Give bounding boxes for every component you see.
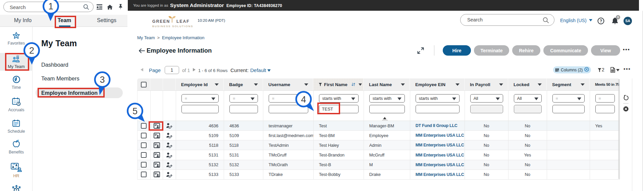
home-icon[interactable] bbox=[107, 5, 113, 11]
breadcrumb-my-team[interactable]: My Team bbox=[137, 35, 155, 40]
employee-profile-icon[interactable] bbox=[151, 131, 163, 140]
employee-edit-icon[interactable] bbox=[163, 131, 176, 140]
columns-pill[interactable]: Columns (2) bbox=[553, 66, 591, 73]
row-checkbox[interactable] bbox=[141, 172, 147, 177]
sidebar-item-org[interactable] bbox=[0, 185, 33, 191]
sidebar-item-team-members[interactable]: Team Members bbox=[41, 75, 79, 82]
filter-input-meets_50_in_75[interactable] bbox=[595, 105, 615, 113]
terminate-button[interactable]: Terminate bbox=[474, 45, 509, 56]
filter-reset-icon[interactable] bbox=[623, 94, 629, 102]
filter-input-username[interactable] bbox=[269, 105, 308, 113]
chevron-down-icon[interactable] bbox=[616, 69, 620, 71]
chevron-down-icon[interactable] bbox=[538, 83, 542, 86]
cell-employee_ein[interactable]: MM Enterprises USA LLC bbox=[410, 160, 465, 170]
page-scrollbar[interactable] bbox=[642, 11, 643, 191]
pager-page-input[interactable]: 1 bbox=[165, 66, 179, 74]
help-icon[interactable]: ? bbox=[597, 17, 604, 26]
sidebar-item-schedule[interactable]: Schedule bbox=[0, 120, 33, 134]
column-header-last_name[interactable]: Last Name bbox=[364, 78, 410, 90]
grid-more-icon[interactable]: ••• bbox=[624, 66, 631, 72]
filter-operator-in_payroll[interactable]: All bbox=[470, 94, 503, 103]
filter-funnel-icon[interactable] bbox=[598, 68, 601, 74]
hire-button[interactable]: Hire bbox=[443, 45, 471, 56]
filter-input-employee_id[interactable] bbox=[181, 105, 219, 113]
grid-scrollbar[interactable] bbox=[618, 79, 620, 179]
filter-operator-locked[interactable]: All bbox=[514, 94, 542, 103]
pager-next-icon[interactable] bbox=[193, 68, 196, 71]
more-actions-icon[interactable]: ••• bbox=[623, 47, 630, 52]
sort-indicator-icon[interactable] bbox=[383, 117, 386, 119]
breadcrumb-employee-information[interactable]: Employee Information bbox=[162, 35, 204, 40]
column-header-segment[interactable]: Segment bbox=[547, 78, 590, 90]
back-arrow-icon[interactable] bbox=[139, 48, 145, 55]
column-header-employee_id[interactable]: Employee Id bbox=[176, 78, 224, 90]
column-header-username[interactable]: Username bbox=[263, 78, 313, 90]
employee-profile-icon[interactable] bbox=[151, 170, 163, 179]
employee-profile-icon[interactable] bbox=[151, 160, 163, 170]
column-header-locked[interactable]: Locked bbox=[508, 78, 547, 90]
filter-input-badge[interactable] bbox=[229, 105, 258, 113]
communicate-button[interactable]: Communicate bbox=[543, 45, 588, 56]
columns-clear-icon[interactable] bbox=[584, 67, 589, 73]
chevron-down-icon[interactable] bbox=[215, 83, 219, 86]
filter-input-last_name[interactable] bbox=[369, 105, 405, 113]
chevron-down-icon[interactable] bbox=[304, 83, 308, 86]
current-view-value[interactable]: Default bbox=[250, 67, 266, 73]
header-search-input[interactable]: Search bbox=[460, 14, 554, 26]
sidebar-item-dashboard[interactable]: Dashboard bbox=[41, 62, 68, 68]
filter-input-employee_ein[interactable] bbox=[416, 105, 460, 113]
filter-operator-last_name[interactable]: starts with bbox=[369, 94, 405, 103]
row-checkbox[interactable] bbox=[141, 142, 147, 148]
chevron-down-icon[interactable] bbox=[455, 83, 460, 86]
cell-employee_ein[interactable]: MM Enterprises USA LLC bbox=[410, 150, 465, 160]
tab-settings[interactable]: Settings bbox=[95, 15, 118, 27]
filter-operator-segment[interactable]: = bbox=[552, 94, 585, 103]
rehire-button[interactable]: Rehire bbox=[512, 45, 540, 56]
cell-employee_ein[interactable]: MM Enterprises USA LLC bbox=[410, 170, 465, 179]
export-document-icon[interactable] bbox=[610, 67, 615, 74]
column-header-first_name[interactable]: First Name bbox=[313, 78, 364, 90]
row-checkbox[interactable] bbox=[141, 123, 147, 129]
filter-operator-username[interactable]: = bbox=[269, 94, 308, 103]
avatar[interactable]: SA bbox=[624, 17, 632, 25]
filter-operator-badge[interactable]: = bbox=[229, 94, 258, 103]
language-selector[interactable]: English (US) bbox=[560, 18, 592, 23]
sidebar-item-favorites[interactable]: Favorites bbox=[0, 32, 33, 46]
row-checkbox[interactable] bbox=[141, 162, 147, 168]
sidebar-item-benefits[interactable]: Benefits bbox=[0, 139, 33, 154]
chevron-down-icon[interactable] bbox=[254, 83, 258, 86]
cell-employee_ein[interactable]: MM Enterprises USA LLC bbox=[410, 131, 465, 140]
column-header-blank[interactable] bbox=[137, 78, 150, 90]
sidebar-item-time[interactable]: Time bbox=[0, 75, 33, 90]
employee-profile-icon[interactable] bbox=[151, 140, 163, 150]
expand-icon[interactable] bbox=[417, 47, 424, 55]
column-header-badge[interactable]: Badge bbox=[224, 78, 263, 90]
chevron-down-icon[interactable] bbox=[401, 83, 405, 86]
news-feed-icon[interactable] bbox=[97, 4, 102, 11]
employee-edit-icon[interactable] bbox=[163, 121, 176, 130]
filter-operator-meets_50_in_75[interactable]: = bbox=[595, 94, 615, 103]
filter-operator-first_name[interactable]: starts with bbox=[319, 94, 359, 103]
column-header-in_payroll[interactable]: In Payroll bbox=[465, 78, 508, 90]
pin-icon[interactable] bbox=[118, 4, 123, 11]
chevron-down-icon[interactable] bbox=[581, 83, 585, 86]
chevron-down-icon[interactable] bbox=[359, 83, 362, 86]
sidebar-search-input[interactable]: Search bbox=[3, 2, 94, 12]
filter-clear-icon[interactable] bbox=[623, 106, 629, 113]
column-header-meets_50_in_75[interactable]: Meets 50 in 75 bbox=[590, 78, 620, 90]
employee-edit-icon[interactable] bbox=[163, 170, 176, 179]
row-checkbox[interactable] bbox=[141, 133, 147, 138]
employee-edit-icon[interactable] bbox=[163, 160, 176, 170]
cell-employee_ein[interactable]: MM Enterprises USA LLC bbox=[410, 140, 465, 150]
pager-previous-icon[interactable] bbox=[141, 68, 143, 71]
view-button[interactable]: View bbox=[591, 45, 620, 56]
filter-operator-employee_id[interactable]: = bbox=[181, 94, 219, 103]
column-header-employee_ein[interactable]: Employee EIN bbox=[410, 78, 465, 90]
sidebar-item-hr[interactable]: HR bbox=[0, 163, 33, 178]
select-all-checkbox[interactable] bbox=[141, 82, 147, 87]
tab-my-info[interactable]: My Info bbox=[9, 15, 36, 27]
sidebar-item-accruals[interactable]: Accruals bbox=[0, 98, 33, 112]
cell-employee_ein[interactable]: DT Fund II Group LLC bbox=[410, 121, 465, 130]
filter-operator-employee_ein[interactable]: starts with bbox=[416, 94, 460, 103]
employee-edit-icon[interactable] bbox=[163, 150, 176, 160]
